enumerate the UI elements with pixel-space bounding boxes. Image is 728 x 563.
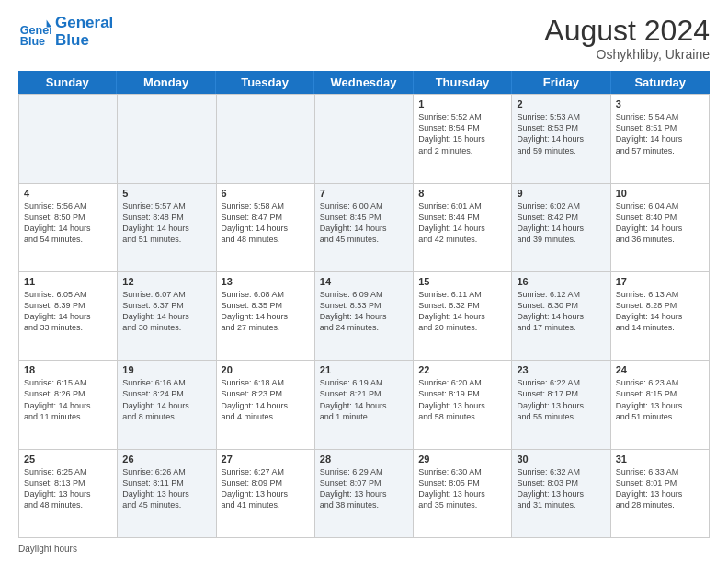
day-number: 11: [24, 276, 112, 287]
day-info: Sunrise: 6:16 AM Sunset: 8:24 PM Dayligh…: [122, 377, 210, 422]
day-number: 12: [122, 276, 210, 287]
calendar-day-31: 31Sunrise: 6:33 AM Sunset: 8:01 PM Dayli…: [611, 450, 710, 538]
day-info: Sunrise: 6:32 AM Sunset: 8:03 PM Dayligh…: [517, 466, 605, 511]
day-number: 19: [122, 364, 210, 375]
calendar-week-4: 18Sunrise: 6:15 AM Sunset: 8:26 PM Dayli…: [19, 361, 710, 449]
calendar-day-8: 8Sunrise: 6:01 AM Sunset: 8:44 PM Daylig…: [414, 184, 512, 272]
calendar-day-13: 13Sunrise: 6:08 AM Sunset: 8:35 PM Dayli…: [217, 272, 315, 361]
calendar-week-1: 1Sunrise: 5:52 AM Sunset: 8:54 PM Daylig…: [19, 95, 710, 183]
calendar-day-21: 21Sunrise: 6:19 AM Sunset: 8:21 PM Dayli…: [315, 361, 414, 449]
day-info: Sunrise: 6:20 AM Sunset: 8:19 PM Dayligh…: [418, 377, 506, 422]
day-info: Sunrise: 6:09 AM Sunset: 8:33 PM Dayligh…: [320, 289, 408, 334]
day-of-week-thursday: Thursday: [414, 71, 512, 94]
day-info: Sunrise: 6:18 AM Sunset: 8:23 PM Dayligh…: [222, 377, 310, 422]
day-number: 25: [24, 454, 112, 465]
day-info: Sunrise: 6:13 AM Sunset: 8:28 PM Dayligh…: [616, 289, 704, 334]
svg-text:Blue: Blue: [20, 35, 45, 48]
day-number: 27: [222, 454, 310, 465]
calendar-day-20: 20Sunrise: 6:18 AM Sunset: 8:23 PM Dayli…: [217, 361, 315, 449]
calendar-day-empty: [19, 95, 118, 183]
footer: Daylight hours: [18, 544, 710, 554]
day-info: Sunrise: 6:26 AM Sunset: 8:11 PM Dayligh…: [122, 466, 210, 511]
day-number: 3: [616, 98, 704, 109]
calendar-day-10: 10Sunrise: 6:04 AM Sunset: 8:40 PM Dayli…: [611, 184, 710, 272]
day-of-week-sunday: Sunday: [18, 71, 117, 94]
day-info: Sunrise: 6:27 AM Sunset: 8:09 PM Dayligh…: [222, 466, 310, 511]
day-info: Sunrise: 6:04 AM Sunset: 8:40 PM Dayligh…: [616, 201, 704, 246]
daylight-label: Daylight hours: [18, 544, 77, 554]
calendar-day-25: 25Sunrise: 6:25 AM Sunset: 8:13 PM Dayli…: [19, 450, 118, 538]
day-number: 26: [122, 454, 210, 465]
day-info: Sunrise: 6:33 AM Sunset: 8:01 PM Dayligh…: [616, 466, 704, 511]
day-info: Sunrise: 6:25 AM Sunset: 8:13 PM Dayligh…: [24, 466, 112, 511]
calendar-day-empty: [217, 95, 315, 183]
day-of-week-wednesday: Wednesday: [314, 71, 413, 94]
calendar-day-19: 19Sunrise: 6:16 AM Sunset: 8:24 PM Dayli…: [118, 361, 216, 449]
day-number: 15: [418, 276, 506, 287]
calendar-day-30: 30Sunrise: 6:32 AM Sunset: 8:03 PM Dayli…: [512, 450, 610, 538]
calendar-day-24: 24Sunrise: 6:23 AM Sunset: 8:15 PM Dayli…: [611, 361, 710, 449]
location: Oshykhliby, Ukraine: [544, 47, 710, 62]
logo-line1: General: [55, 15, 113, 32]
day-of-week-monday: Monday: [117, 71, 215, 94]
day-info: Sunrise: 6:07 AM Sunset: 8:37 PM Dayligh…: [122, 289, 210, 334]
calendar-body: 1Sunrise: 5:52 AM Sunset: 8:54 PM Daylig…: [18, 94, 710, 538]
title-block: August 2024 Oshykhliby, Ukraine: [544, 15, 710, 62]
day-number: 18: [24, 364, 112, 375]
calendar-week-3: 11Sunrise: 6:05 AM Sunset: 8:39 PM Dayli…: [19, 272, 710, 361]
day-info: Sunrise: 6:30 AM Sunset: 8:05 PM Dayligh…: [418, 466, 506, 511]
calendar-day-empty: [315, 95, 414, 183]
calendar-week-5: 25Sunrise: 6:25 AM Sunset: 8:13 PM Dayli…: [19, 450, 710, 538]
day-of-week-friday: Friday: [512, 71, 610, 94]
calendar-day-17: 17Sunrise: 6:13 AM Sunset: 8:28 PM Dayli…: [611, 272, 710, 361]
calendar-day-28: 28Sunrise: 6:29 AM Sunset: 8:07 PM Dayli…: [315, 450, 414, 538]
day-number: 6: [222, 188, 310, 199]
day-info: Sunrise: 6:15 AM Sunset: 8:26 PM Dayligh…: [24, 377, 112, 422]
calendar-day-22: 22Sunrise: 6:20 AM Sunset: 8:19 PM Dayli…: [414, 361, 512, 449]
day-number: 24: [616, 364, 704, 375]
day-info: Sunrise: 5:53 AM Sunset: 8:53 PM Dayligh…: [517, 111, 605, 156]
calendar-day-4: 4Sunrise: 5:56 AM Sunset: 8:50 PM Daylig…: [19, 184, 118, 272]
day-info: Sunrise: 6:05 AM Sunset: 8:39 PM Dayligh…: [24, 289, 112, 334]
day-number: 7: [320, 188, 408, 199]
calendar-day-3: 3Sunrise: 5:54 AM Sunset: 8:51 PM Daylig…: [611, 95, 710, 183]
calendar-day-26: 26Sunrise: 6:26 AM Sunset: 8:11 PM Dayli…: [118, 450, 216, 538]
logo: General Blue General Blue: [18, 15, 113, 49]
day-info: Sunrise: 6:12 AM Sunset: 8:30 PM Dayligh…: [517, 289, 605, 334]
day-number: 16: [517, 276, 605, 287]
month-year: August 2024: [544, 15, 710, 47]
day-number: 1: [418, 98, 506, 109]
day-info: Sunrise: 6:01 AM Sunset: 8:44 PM Dayligh…: [418, 201, 506, 246]
day-info: Sunrise: 6:29 AM Sunset: 8:07 PM Dayligh…: [320, 466, 408, 511]
day-number: 13: [222, 276, 310, 287]
day-number: 9: [517, 188, 605, 199]
calendar: SundayMondayTuesdayWednesdayThursdayFrid…: [18, 71, 710, 538]
day-number: 4: [24, 188, 112, 199]
calendar-header: SundayMondayTuesdayWednesdayThursdayFrid…: [18, 71, 710, 94]
day-number: 5: [122, 188, 210, 199]
day-number: 29: [418, 454, 506, 465]
day-number: 14: [320, 276, 408, 287]
day-number: 21: [320, 364, 408, 375]
day-info: Sunrise: 6:19 AM Sunset: 8:21 PM Dayligh…: [320, 377, 408, 422]
calendar-day-1: 1Sunrise: 5:52 AM Sunset: 8:54 PM Daylig…: [414, 95, 512, 183]
calendar-day-23: 23Sunrise: 6:22 AM Sunset: 8:17 PM Dayli…: [512, 361, 610, 449]
day-info: Sunrise: 6:23 AM Sunset: 8:15 PM Dayligh…: [616, 377, 704, 422]
calendar-week-2: 4Sunrise: 5:56 AM Sunset: 8:50 PM Daylig…: [19, 184, 710, 272]
page: General Blue General Blue August 2024 Os…: [0, 0, 728, 563]
calendar-day-16: 16Sunrise: 6:12 AM Sunset: 8:30 PM Dayli…: [512, 272, 610, 361]
day-info: Sunrise: 5:57 AM Sunset: 8:48 PM Dayligh…: [122, 201, 210, 246]
calendar-day-14: 14Sunrise: 6:09 AM Sunset: 8:33 PM Dayli…: [315, 272, 414, 361]
header: General Blue General Blue August 2024 Os…: [18, 15, 710, 62]
day-info: Sunrise: 5:52 AM Sunset: 8:54 PM Dayligh…: [418, 111, 506, 156]
day-number: 30: [517, 454, 605, 465]
day-of-week-saturday: Saturday: [611, 71, 710, 94]
calendar-day-7: 7Sunrise: 6:00 AM Sunset: 8:45 PM Daylig…: [315, 184, 414, 272]
day-info: Sunrise: 6:22 AM Sunset: 8:17 PM Dayligh…: [517, 377, 605, 422]
calendar-day-2: 2Sunrise: 5:53 AM Sunset: 8:53 PM Daylig…: [512, 95, 610, 183]
day-info: Sunrise: 5:56 AM Sunset: 8:50 PM Dayligh…: [24, 201, 112, 246]
calendar-day-9: 9Sunrise: 6:02 AM Sunset: 8:42 PM Daylig…: [512, 184, 610, 272]
calendar-day-15: 15Sunrise: 6:11 AM Sunset: 8:32 PM Dayli…: [414, 272, 512, 361]
day-number: 23: [517, 364, 605, 375]
day-number: 10: [616, 188, 704, 199]
